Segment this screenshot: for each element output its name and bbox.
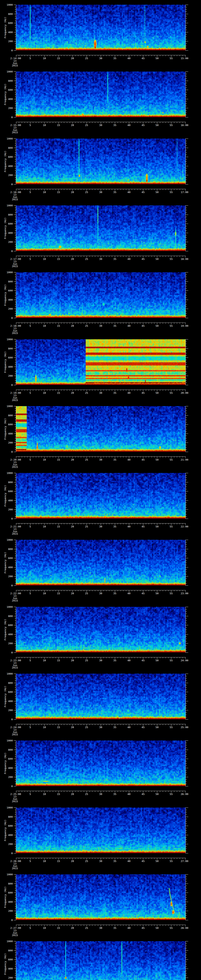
x-tick — [72, 724, 73, 726]
x-tick — [168, 657, 169, 658]
y-tick — [15, 812, 16, 812]
y-tick — [186, 228, 187, 229]
y-tick-label: 600 — [5, 557, 13, 559]
x-tick — [134, 457, 135, 457]
spectrogram-image — [16, 339, 185, 385]
x-tick — [152, 122, 152, 123]
x-tick-label: 30 — [95, 525, 107, 528]
y-tick — [186, 34, 187, 35]
x-tick — [81, 590, 81, 591]
x-tick — [163, 390, 163, 391]
x-tick — [140, 189, 140, 190]
x-axis-end-time: 20:00 — [178, 391, 191, 394]
y-tick — [186, 182, 187, 182]
x-tick-label: 50 — [151, 391, 163, 394]
x-tick-label: 10 — [38, 927, 50, 929]
x-tick — [92, 390, 93, 391]
x-tick-label: 20 — [67, 525, 78, 528]
x-tick — [168, 323, 169, 324]
y-tick — [14, 41, 16, 41]
x-axis-date: 13 Jun 2015 — [7, 194, 23, 201]
y-tick — [186, 957, 187, 958]
x-tick — [22, 256, 22, 257]
y-tick — [15, 512, 16, 512]
y-tick — [15, 962, 16, 962]
y-tick — [186, 342, 187, 342]
spectrogram-panel: Frequency (Hz)02004006008001000510152025… — [0, 334, 201, 401]
y-tick — [15, 614, 16, 614]
y-tick — [186, 18, 187, 19]
x-tick-label: 15 — [53, 57, 64, 60]
x-tick-label: 10 — [38, 592, 50, 595]
y-tick-label: 600 — [5, 22, 13, 24]
x-tick — [30, 457, 30, 458]
x-tick — [78, 390, 78, 391]
y-tick — [186, 148, 188, 148]
x-tick — [30, 724, 30, 726]
y-tick-label: 400 — [5, 900, 13, 903]
y-tick — [186, 315, 187, 316]
x-tick — [81, 657, 81, 658]
y-tick — [15, 556, 16, 556]
y-tick — [15, 498, 16, 498]
y-tick — [186, 170, 187, 171]
y-tick — [15, 752, 16, 752]
y-tick — [15, 581, 16, 581]
y-tick-label: 200 — [5, 441, 13, 444]
y-tick — [14, 844, 16, 844]
x-tick-label: 20 — [67, 793, 78, 795]
x-tick-label: 40 — [123, 525, 135, 528]
x-tick-label: 15 — [53, 391, 64, 394]
x-tick-label: 50 — [151, 659, 163, 662]
x-tick-label: 45 — [137, 458, 149, 461]
y-tick — [15, 226, 16, 226]
x-tick — [146, 657, 146, 658]
x-tick-label: 45 — [137, 258, 149, 260]
x-tick-label: 55 — [165, 391, 177, 394]
x-tick — [64, 122, 64, 123]
y-axis-title: Frequency (Hz) — [4, 418, 6, 440]
y-tick — [15, 18, 16, 19]
y-tick-label: 600 — [5, 156, 13, 158]
y-tick — [14, 5, 16, 5]
x-tick — [72, 523, 73, 525]
y-tick — [186, 690, 187, 690]
y-tick-label: 800 — [5, 949, 13, 952]
x-tick — [174, 122, 174, 123]
x-tick-label: 30 — [95, 191, 107, 194]
x-tick — [36, 55, 36, 56]
x-tick-label: 40 — [123, 325, 135, 327]
x-tick-label: 50 — [151, 325, 163, 327]
y-tick-label: 0 — [5, 785, 13, 788]
x-tick-label: 30 — [95, 659, 107, 662]
y-tick — [15, 315, 16, 316]
x-tick — [106, 457, 107, 457]
spectrogram-image — [16, 272, 185, 318]
y-tick-label: 0 — [5, 49, 13, 52]
y-tick — [186, 877, 187, 877]
x-tick — [64, 724, 64, 725]
y-tick — [186, 106, 187, 106]
x-tick — [75, 590, 76, 591]
y-tick — [186, 166, 188, 166]
y-tick — [15, 632, 16, 632]
y-tick — [14, 99, 16, 99]
x-tick — [75, 925, 76, 926]
x-tick — [146, 457, 146, 457]
y-tick-label: 600 — [5, 824, 13, 827]
y-tick — [15, 106, 16, 106]
x-tick — [98, 55, 98, 56]
y-tick-label: 1000 — [5, 739, 13, 742]
x-tick-label: 50 — [151, 860, 163, 862]
y-tick — [186, 283, 187, 284]
y-tick — [15, 975, 16, 976]
x-tick — [163, 858, 163, 859]
y-tick — [186, 81, 188, 81]
x-tick-label: 10 — [38, 458, 50, 461]
y-tick — [186, 473, 188, 473]
y-tick — [14, 950, 16, 951]
x-axis-date: 13 Jun 2015 — [7, 662, 23, 669]
x-tick — [70, 523, 70, 524]
x-tick — [84, 791, 84, 792]
y-tick-label: 400 — [5, 165, 13, 167]
